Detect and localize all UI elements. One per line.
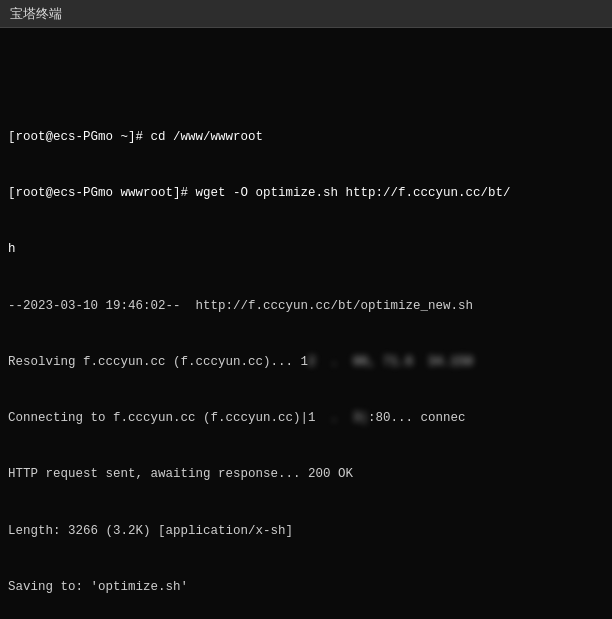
blank-line-1 xyxy=(8,72,604,91)
wget-line-1: --2023-03-10 19:46:02-- http://f.cccyun.… xyxy=(8,297,604,316)
wget-line-3: Connecting to f.cccyun.cc (f.cccyun.cc)|… xyxy=(8,409,604,428)
cmd-line-2: [root@ecs-PGmo wwwroot]# wget -O optimiz… xyxy=(8,184,604,203)
title-bar: 宝塔终端 xyxy=(0,0,612,28)
wget-line-5: Length: 3266 (3.2K) [application/x-sh] xyxy=(8,522,604,541)
wget-line-6: Saving to: 'optimize.sh' xyxy=(8,578,604,597)
cmd-line-1: [root@ecs-PGmo ~]# cd /www/wwwroot xyxy=(8,128,604,147)
title-label: 宝塔终端 xyxy=(10,5,62,23)
terminal: [root@ecs-PGmo ~]# cd /www/wwwroot [root… xyxy=(0,28,612,619)
cmd-line-2b: h xyxy=(8,240,604,259)
wget-line-2: Resolving f.cccyun.cc (f.cccyun.cc)... 1… xyxy=(8,353,604,372)
wget-line-4: HTTP request sent, awaiting response... … xyxy=(8,465,604,484)
